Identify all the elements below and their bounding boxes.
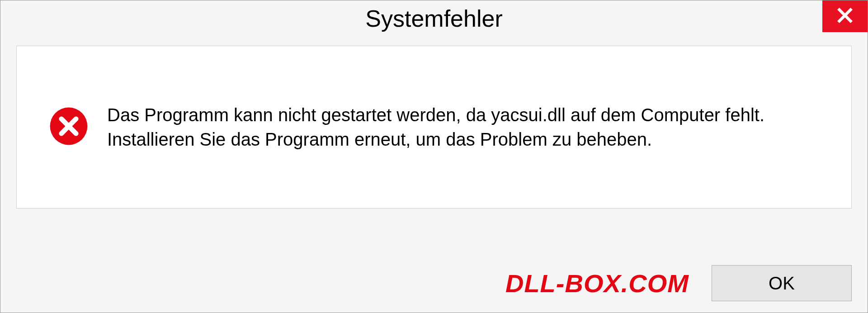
watermark-text: DLL-BOX.COM [505, 269, 689, 298]
dialog-footer: DLL-BOX.COM OK [0, 254, 868, 313]
error-icon [48, 106, 89, 148]
error-message: Das Programm kann nicht gestartet werden… [107, 103, 833, 152]
ok-button[interactable]: OK [712, 265, 852, 301]
dialog-content: Das Programm kann nicht gestartet werden… [16, 46, 852, 209]
close-button[interactable] [822, 0, 868, 32]
dialog-titlebar: Systemfehler [0, 0, 868, 37]
close-icon [835, 5, 855, 27]
dialog-title: Systemfehler [365, 5, 502, 32]
